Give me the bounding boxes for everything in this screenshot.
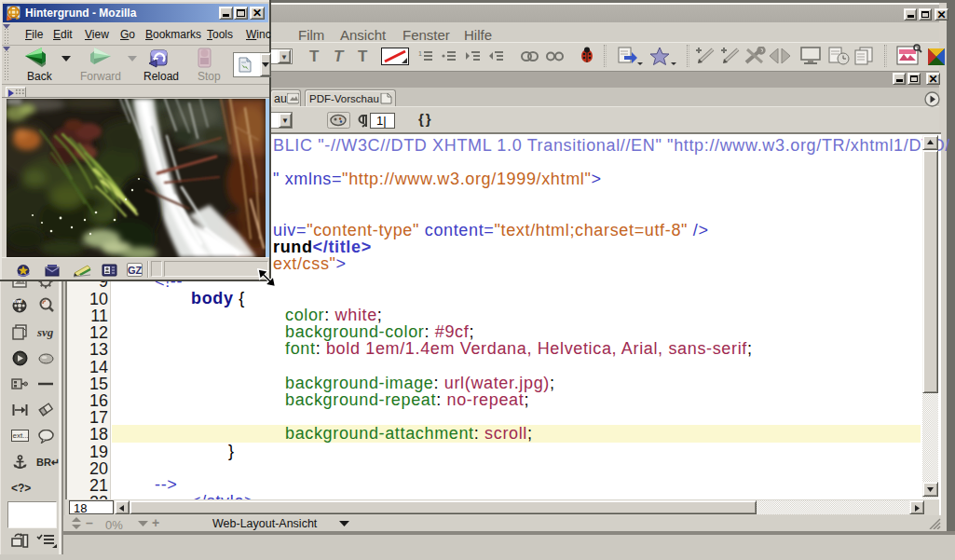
svg-text:1: 1 [418,50,422,57]
svg-text:ext...: ext... [13,431,29,440]
svg-text:swf: swf [13,298,23,304]
